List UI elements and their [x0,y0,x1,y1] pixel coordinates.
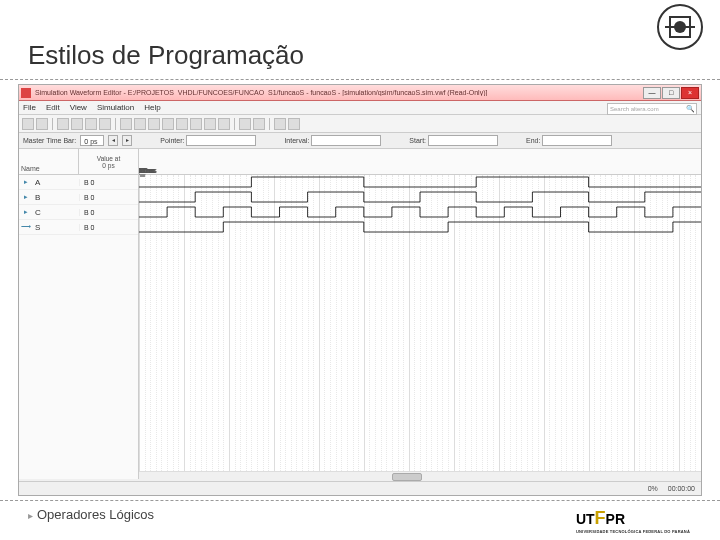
col-name-header: Name [19,149,79,174]
time-tick: 960.0 ns [139,167,157,174]
menu-simulation[interactable]: Simulation [97,103,134,112]
divider [0,500,720,501]
menu-help[interactable]: Help [144,103,160,112]
institution-seal-icon [650,2,710,52]
search-input[interactable]: Search altera.com [607,103,697,115]
end-value [542,135,612,146]
close-button[interactable]: × [681,87,699,99]
pointer-label: Pointer: [160,137,184,144]
start-value [428,135,498,146]
window-titlebar[interactable]: Simulation Waveform Editor - E:/PROJETOS… [19,85,701,101]
tool-icon[interactable] [274,118,286,130]
signal-row[interactable]: ▸ A B 0 [19,175,138,190]
signal-value: B 0 [79,179,138,186]
waveform-trace [139,190,701,205]
tool-icon[interactable] [218,118,230,130]
horizontal-scrollbar[interactable] [139,471,701,481]
tool-icon[interactable] [162,118,174,130]
signal-name: S [33,223,79,232]
tool-icon[interactable] [85,118,97,130]
menu-edit[interactable]: Edit [46,103,60,112]
tool-icon[interactable] [120,118,132,130]
maximize-button[interactable]: □ [662,87,680,99]
tool-icon[interactable] [57,118,69,130]
waveform-canvas[interactable]: 0 ps80.0 ns160.0 ns240.0 ns320.0 ns400.0… [139,149,701,479]
waveform-trace [139,205,701,220]
tool-icon[interactable] [288,118,300,130]
tool-icon[interactable] [190,118,202,130]
tool-icon[interactable] [253,118,265,130]
master-time-label: Master Time Bar: [23,137,76,144]
interval-label: Interval: [284,137,309,144]
signal-name: B [33,193,79,202]
signal-type-icon: ⟶ [19,223,33,231]
pointer-value [186,135,256,146]
status-bar: 0% 00:00:00 [19,481,701,495]
signal-name: C [33,208,79,217]
menu-file[interactable]: File [23,103,36,112]
window-title: Simulation Waveform Editor - E:/PROJETOS… [35,89,643,96]
time-ruler: 0 ps80.0 ns160.0 ns240.0 ns320.0 ns400.0… [139,149,701,175]
slide-footer: Operadores Lógicos [28,507,154,522]
tool-icon[interactable] [36,118,48,130]
signal-row[interactable]: ⟶ S B 0 [19,220,138,235]
scrollbar-thumb[interactable] [392,473,422,481]
signal-name: A [33,178,79,187]
status-time: 00:00:00 [668,485,695,492]
svg-point-1 [674,21,686,33]
tool-icon[interactable] [148,118,160,130]
utfpr-logo: UTFPR UNIVERSIDADE TECNOLÓGICA FEDERAL D… [576,508,690,534]
toolbar [19,115,701,133]
nav-prev-button[interactable]: ◂ [108,135,118,146]
waveform-trace [139,220,701,235]
waveform-area: Name Value at 0 ps ▸ A B 0▸ B B 0▸ C B 0… [19,149,701,479]
col-value-header: Value at 0 ps [79,149,138,174]
nav-next-button[interactable]: ▸ [122,135,132,146]
minimize-button[interactable]: — [643,87,661,99]
time-controls: Master Time Bar: 0 ps ◂ ▸ Pointer: Inter… [19,133,701,149]
end-label: End: [526,137,540,144]
tool-icon[interactable] [176,118,188,130]
tool-icon[interactable] [22,118,34,130]
master-time-input[interactable]: 0 ps [80,135,104,146]
menu-bar: File Edit View Simulation Help [19,101,701,115]
signal-type-icon: ▸ [19,208,33,216]
signal-type-icon: ▸ [19,178,33,186]
start-label: Start: [409,137,426,144]
signal-value: B 0 [79,224,138,231]
tool-icon[interactable] [99,118,111,130]
signal-value: B 0 [79,194,138,201]
tool-icon[interactable] [134,118,146,130]
divider [0,79,720,80]
tool-icon[interactable] [71,118,83,130]
signal-row[interactable]: ▸ C B 0 [19,205,138,220]
simulation-window: Simulation Waveform Editor - E:/PROJETOS… [18,84,702,496]
menu-view[interactable]: View [70,103,87,112]
signal-panel: Name Value at 0 ps ▸ A B 0▸ B B 0▸ C B 0… [19,149,139,479]
signal-value: B 0 [79,209,138,216]
slide-title: Estilos de Programação [0,0,720,79]
app-icon [21,88,31,98]
tool-icon[interactable] [239,118,251,130]
interval-value [311,135,381,146]
waveform-trace [139,175,701,190]
signal-type-icon: ▸ [19,193,33,201]
signal-row[interactable]: ▸ B B 0 [19,190,138,205]
tool-icon[interactable] [204,118,216,130]
status-progress: 0% [648,485,658,492]
